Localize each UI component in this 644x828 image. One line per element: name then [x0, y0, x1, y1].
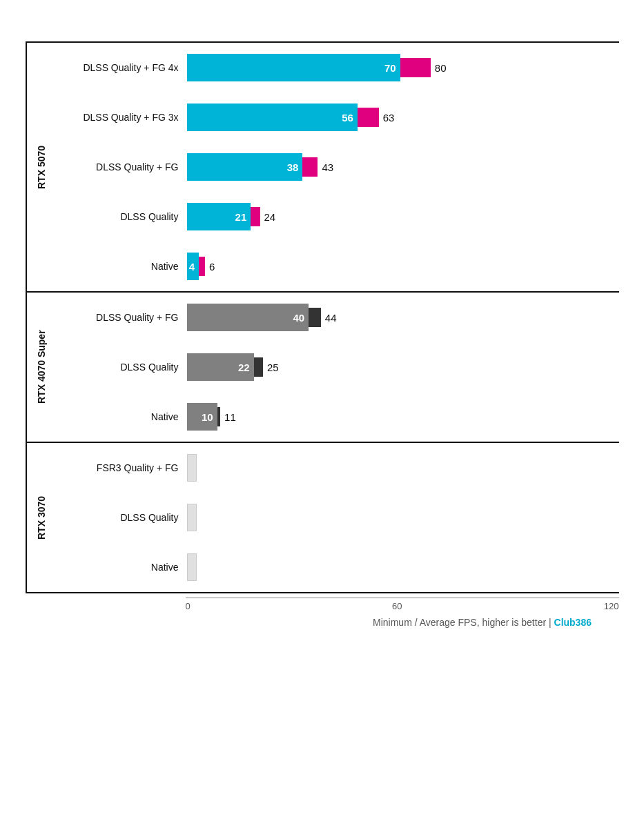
- bar-row: Native1011: [56, 392, 619, 442]
- bar-avg-segment: [358, 108, 379, 127]
- bar-row: DLSS Quality + FG3843: [56, 142, 619, 192]
- rows-col-rtx4070super: DLSS Quality + FG4044DLSS Quality2225Nat…: [56, 293, 619, 442]
- bar-min: 56: [187, 103, 358, 131]
- x-axis-line: [186, 598, 619, 598]
- bar-area: 2124: [187, 203, 619, 230]
- ghost-bar: [187, 553, 197, 581]
- bar-row: DLSS Quality2225: [56, 342, 619, 392]
- bar-row: Native: [56, 542, 619, 592]
- bars-wrapper: 7080: [187, 54, 447, 81]
- group-label-rtx5070: RTX 5070: [27, 43, 56, 291]
- group-label-rtx4070super: RTX 4070 Super: [27, 293, 56, 442]
- bar-min: 70: [187, 54, 400, 81]
- bar-area: [187, 553, 619, 581]
- bar-avg-segment: [302, 157, 318, 177]
- row-label: Native: [56, 411, 187, 422]
- avg-label: 24: [264, 211, 276, 223]
- bar-min: 10: [187, 403, 217, 431]
- bar-area: [187, 454, 619, 482]
- chart-container: RTX 5070DLSS Quality + FG 4x7080DLSS Qua…: [26, 41, 619, 628]
- club386-label: Club386: [554, 617, 592, 628]
- bar-avg-segment: [254, 357, 263, 377]
- bar-min: 40: [187, 304, 309, 331]
- bar-min: 4: [187, 253, 199, 280]
- bar-min: 21: [187, 203, 251, 230]
- ghost-bar: [187, 454, 197, 482]
- rows-col-rtx3070: FSR3 Quality + FGDLSS QualityNative: [56, 443, 619, 592]
- bar-row: DLSS Quality + FG 3x5663: [56, 92, 619, 142]
- bar-avg-segment: [309, 308, 321, 327]
- bar-row: DLSS Quality: [56, 493, 619, 542]
- bar-area: 7080: [187, 54, 619, 81]
- group-label-rtx3070: RTX 3070: [27, 443, 56, 592]
- x-tick: 120: [604, 601, 619, 611]
- row-label: DLSS Quality + FG 3x: [56, 112, 187, 123]
- rows-col-rtx5070: DLSS Quality + FG 4x7080DLSS Quality + F…: [56, 43, 619, 291]
- bar-avg-segment: [251, 207, 260, 226]
- bar-area: 46: [187, 253, 619, 280]
- bars-wrapper: 4044: [187, 304, 337, 331]
- bars-wrapper: 2225: [187, 353, 279, 381]
- bar-area: 5663: [187, 103, 619, 131]
- bar-area: [187, 504, 619, 531]
- x-tick: 60: [392, 601, 402, 611]
- x-tick: 0: [186, 601, 191, 611]
- x-axis-label-text: Minimum / Average FPS, higher is better …: [186, 617, 619, 628]
- row-label: DLSS Quality + FG: [56, 312, 187, 323]
- row-label: DLSS Quality + FG: [56, 161, 187, 172]
- bar-avg-segment: [199, 257, 205, 276]
- avg-label: 44: [325, 312, 337, 324]
- avg-label: 43: [322, 161, 333, 173]
- bars-wrapper: 1011: [187, 403, 236, 431]
- avg-label: 63: [383, 112, 395, 124]
- bars-wrapper: 2124: [187, 203, 276, 230]
- ghost-bar: [187, 504, 197, 531]
- avg-label: 11: [224, 411, 236, 423]
- avg-label: 80: [435, 62, 447, 74]
- bar-area: 3843: [187, 153, 619, 181]
- row-label: DLSS Quality: [56, 512, 187, 523]
- bar-row: FSR3 Quality + FG: [56, 443, 619, 493]
- row-label: Native: [56, 261, 187, 272]
- y-groups: RTX 5070DLSS Quality + FG 4x7080DLSS Qua…: [26, 41, 619, 593]
- group-rtx4070super: RTX 4070 SuperDLSS Quality + FG4044DLSS …: [26, 291, 619, 442]
- bar-row: DLSS Quality + FG 4x7080: [56, 43, 619, 92]
- row-label: FSR3 Quality + FG: [56, 462, 187, 473]
- bar-row: DLSS Quality2124: [56, 192, 619, 241]
- group-rtx5070: RTX 5070DLSS Quality + FG 4x7080DLSS Qua…: [26, 41, 619, 291]
- bar-avg-segment: [400, 58, 431, 77]
- bars-wrapper: 5663: [187, 103, 395, 131]
- bar-min: 38: [187, 153, 303, 181]
- row-label: Native: [56, 562, 187, 573]
- bars-wrapper: 46: [187, 253, 215, 280]
- bar-area: 4044: [187, 304, 619, 331]
- bar-avg-segment: [217, 407, 220, 426]
- bar-area: 1011: [187, 403, 619, 431]
- bar-row: DLSS Quality + FG4044: [56, 293, 619, 342]
- bar-row: Native46: [56, 241, 619, 291]
- x-axis-ticks: 060120: [186, 601, 619, 611]
- bar-min: 22: [187, 353, 254, 381]
- avg-label: 25: [267, 362, 279, 373]
- row-label: DLSS Quality: [56, 211, 187, 222]
- bars-wrapper: 3843: [187, 153, 334, 181]
- x-axis-area: 060120 Minimum / Average FPS, higher is …: [26, 598, 619, 628]
- avg-label: 6: [209, 261, 215, 273]
- group-rtx3070: RTX 3070FSR3 Quality + FGDLSS QualityNat…: [26, 442, 619, 593]
- row-label: DLSS Quality + FG 4x: [56, 62, 187, 73]
- row-label: DLSS Quality: [56, 362, 187, 373]
- bar-area: 2225: [187, 353, 619, 381]
